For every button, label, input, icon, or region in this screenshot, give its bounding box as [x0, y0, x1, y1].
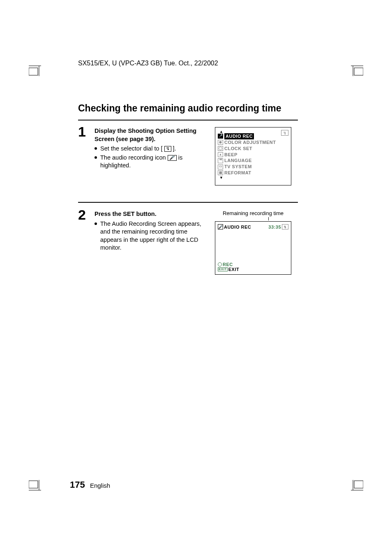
record-dot-icon: [218, 262, 222, 266]
step-2-heading: Press the SET button.: [95, 210, 201, 218]
remaining-time-value: 33:35: [268, 225, 281, 229]
section-rule: [78, 202, 298, 203]
lcd-screen-2-figure: Remaining recording time 🎤 AUDIO REC 33:…: [215, 210, 291, 275]
crop-mark-tl: [29, 56, 49, 76]
step-1-bullet-1: Set the selector dial to [ ↯ ].: [95, 145, 201, 153]
svg-rect-1: [354, 68, 363, 75]
document-header: SX515/EX, U (VPC-AZ3 GB) Tue. Oct., 22/2…: [78, 60, 218, 67]
step-2-bullet-1: The Audio Recording Screen appears, and …: [95, 220, 201, 252]
page-title: Checking the remaining audio recording t…: [78, 103, 298, 114]
crop-mark-tr: [343, 56, 363, 76]
caption-pointer-icon: [268, 217, 269, 220]
tv-icon: ▭: [218, 164, 223, 169]
mic-inline-icon: 🎤: [168, 155, 177, 161]
step-1-heading: Display the Shooting Option Setting Scre…: [95, 127, 201, 143]
palette-icon: ◉: [218, 140, 223, 145]
step-1-number: 1: [78, 125, 88, 185]
menu-reformat: REFORMAT: [224, 170, 251, 176]
menu-tv-system: TV SYSTEM: [224, 164, 252, 170]
format-icon: ▦: [218, 170, 223, 175]
menu-beep: BEEP: [224, 152, 238, 158]
remaining-time-caption: Remaining recording time: [215, 210, 291, 216]
menu-audio-rec: AUDIO REC: [224, 133, 254, 139]
scroll-down-arrow-icon: ▼: [219, 176, 288, 179]
language-icon: ᴬᴮ: [218, 158, 223, 163]
menu-color-adjustment: COLOR ADJUSTMENT: [224, 139, 276, 146]
page-footer: 175 English: [70, 480, 110, 490]
svg-rect-0: [29, 68, 38, 75]
clock-icon: ◯: [218, 146, 223, 151]
audio-rec-label: AUDIO REC: [224, 225, 251, 229]
menu-language: LANGUAGE: [224, 158, 252, 164]
crop-mark-br: [343, 480, 363, 500]
setup-dial-icon: ↯: [164, 146, 171, 152]
mic-icon: 🎤: [218, 134, 223, 139]
step-2-number: 2: [78, 208, 88, 275]
option-menu-list: 🎤AUDIO REC ◉COLOR ADJUSTMENT ◯CLOCK SET …: [218, 133, 288, 176]
setup-mode-icon-small: ↯: [282, 224, 288, 229]
step-1: 1 ↯ ▲ 🎤AUDIO REC ◉COLOR ADJUSTMENT ◯CLOC…: [78, 125, 298, 185]
footer-language: English: [90, 482, 110, 489]
beep-icon: ▲: [218, 152, 223, 157]
menu-clock-set: CLOCK SET: [224, 146, 252, 152]
setup-mode-icon: ↯: [281, 130, 288, 136]
mic-icon-small: 🎤: [218, 224, 223, 229]
page-number: 175: [70, 480, 85, 490]
svg-rect-3: [354, 481, 363, 488]
crop-mark-bl: [29, 480, 49, 500]
exit-box-icon: EXIT: [218, 267, 228, 272]
rec-label: REC: [223, 262, 233, 267]
title-rule: [78, 120, 298, 120]
step-2: 2 Remaining recording time 🎤 AUDIO REC 3…: [78, 208, 298, 275]
scroll-up-arrow-icon: ▲: [219, 130, 288, 133]
svg-rect-2: [29, 481, 38, 488]
exit-label: EXIT: [228, 267, 239, 272]
lcd-screen-1: ↯ ▲ 🎤AUDIO REC ◉COLOR ADJUSTMENT ◯CLOCK …: [215, 127, 291, 185]
step-1-bullet-2: The audio recording icon 🎤 is highlighte…: [95, 154, 201, 170]
